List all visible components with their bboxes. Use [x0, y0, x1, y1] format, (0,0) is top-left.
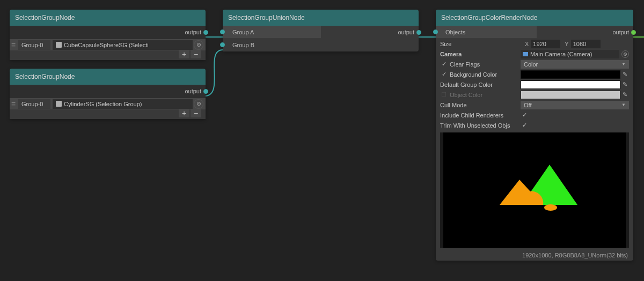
size-y-input[interactable]: [571, 40, 601, 48]
default-group-color-swatch[interactable]: [521, 80, 620, 89]
group-value-field[interactable]: CylinderSG (Selection Group): [53, 99, 193, 109]
eyedropper-icon[interactable]: ✎: [620, 81, 629, 88]
group-label: Group-0: [18, 40, 50, 50]
object-color-swatch[interactable]: [521, 91, 620, 99]
node-selection-group-color-render: SelectionGroupColorRenderNode Objects ou…: [436, 10, 633, 261]
node-selection-group-1: SelectionGroupNode output = Group-0 Cube…: [10, 10, 206, 60]
svg-point-9: [544, 204, 557, 211]
trim-checkbox[interactable]: ✓: [521, 122, 528, 129]
node-header[interactable]: SelectionGroupUnionNode: [223, 10, 419, 26]
svg-point-1: [198, 45, 199, 46]
eyedropper-icon[interactable]: ✎: [620, 71, 629, 78]
default-group-color-label: Default Group Color: [440, 82, 521, 88]
render-footer: 1920x1080, R8G8B8A8_UNorm(32 bits): [436, 250, 633, 261]
group-row: = Group-0 CubeCapsuleSphereSG (Selecti: [10, 39, 206, 50]
clear-flags-checkbox[interactable]: ✓: [440, 61, 448, 68]
clear-flags-row: ✓ Clear Flags Color ▼: [436, 59, 633, 69]
input-port[interactable]: [433, 29, 438, 34]
asset-icon: [56, 101, 62, 107]
bg-color-label: Background Color: [450, 71, 521, 78]
object-picker-button[interactable]: [194, 99, 203, 109]
size-row: Size X Y: [436, 39, 633, 49]
chevron-down-icon: ▼: [621, 62, 626, 66]
object-color-label: Object Color: [450, 92, 521, 98]
group-value-field[interactable]: CubeCapsuleSphereSG (Selecti: [53, 40, 193, 50]
y-label: Y: [565, 41, 568, 47]
node-title: SelectionGroupColorRenderNode: [441, 14, 537, 21]
clear-flags-label: Clear Flags: [450, 61, 521, 68]
input-label-b: Group B: [232, 42, 254, 48]
node-title: SelectionGroupUnionNode: [228, 14, 305, 21]
chevron-down-icon: ▼: [621, 102, 626, 107]
size-x-input[interactable]: [531, 40, 560, 48]
bg-color-swatch[interactable]: [521, 70, 620, 79]
output-label: output: [185, 29, 201, 35]
input-port-group-a: Group A: [223, 26, 321, 39]
bg-color-row: ✓ Background Color ✎: [436, 69, 633, 79]
camera-row: Camera Main Camera (Camera): [436, 49, 633, 59]
output-port-row: output: [321, 26, 419, 39]
object-color-row: ☐ Object Color ✎: [436, 90, 633, 100]
eyedropper-icon[interactable]: ✎: [620, 91, 629, 98]
output-label: output: [612, 29, 629, 35]
add-remove-row: + −: [10, 109, 206, 119]
cull-mode-row: Cull Mode Off ▼: [436, 100, 633, 110]
camera-field[interactable]: Main Camera (Camera): [521, 50, 619, 58]
output-label: output: [398, 29, 414, 35]
output-port-row: output: [10, 85, 206, 98]
remove-button[interactable]: −: [191, 50, 201, 58]
output-port[interactable]: [631, 30, 636, 35]
add-button[interactable]: +: [179, 109, 189, 117]
camera-label: Camera: [440, 51, 521, 57]
group-row: = Group-0 CylinderSG (Selection Group): [10, 98, 206, 109]
add-remove-row: + −: [10, 50, 206, 60]
drag-handle-icon[interactable]: =: [10, 98, 17, 109]
node-header[interactable]: SelectionGroupNode: [10, 10, 206, 26]
input-port-b[interactable]: [220, 42, 225, 47]
trim-label: Trim With Unselected Objs: [440, 122, 521, 129]
node-header[interactable]: SelectionGroupColorRenderNode: [436, 10, 633, 26]
output-port[interactable]: [203, 89, 208, 94]
bg-color-checkbox[interactable]: ✓: [440, 71, 448, 78]
output-port-row: output: [10, 26, 206, 39]
include-child-label: Include Child Renderers: [440, 112, 521, 119]
node-selection-group-2: SelectionGroupNode output = Group-0 Cyli…: [10, 69, 206, 119]
input-label-a: Group A: [232, 29, 254, 35]
drag-handle-icon[interactable]: =: [10, 39, 17, 50]
group-label: Group-0: [18, 99, 50, 109]
size-label: Size: [440, 41, 521, 47]
input-port-a[interactable]: [220, 29, 225, 34]
output-port[interactable]: [416, 30, 421, 35]
asset-icon: [56, 42, 62, 48]
render-preview: [440, 132, 629, 248]
cull-mode-dropdown[interactable]: Off ▼: [521, 101, 629, 109]
x-label: X: [525, 41, 529, 47]
output-port-row: output: [537, 26, 633, 39]
input-port-objects: Objects: [436, 26, 537, 39]
remove-button[interactable]: −: [191, 109, 201, 117]
trim-row: Trim With Unselected Objs ✓: [436, 120, 633, 130]
camera-icon: [523, 52, 528, 56]
default-group-color-row: Default Group Color ✎: [436, 79, 633, 90]
add-button[interactable]: +: [179, 50, 189, 58]
node-selection-group-union: SelectionGroupUnionNode Group A Group B …: [223, 10, 419, 51]
input-label: Objects: [445, 29, 465, 35]
svg-point-5: [625, 54, 626, 55]
svg-point-3: [198, 103, 199, 105]
object-color-checkbox[interactable]: ☐: [440, 91, 448, 98]
cull-mode-label: Cull Mode: [440, 102, 521, 108]
include-child-checkbox[interactable]: ✓: [521, 112, 528, 119]
camera-picker-button[interactable]: [621, 50, 629, 58]
node-header[interactable]: SelectionGroupNode: [10, 69, 206, 85]
clear-flags-dropdown[interactable]: Color ▼: [521, 60, 629, 69]
node-title: SelectionGroupNode: [15, 14, 75, 21]
output-port[interactable]: [203, 30, 208, 35]
input-port-group-b: Group B: [223, 39, 321, 51]
output-label: output: [185, 88, 201, 94]
object-picker-button[interactable]: [194, 40, 203, 50]
include-child-row: Include Child Renderers ✓: [436, 110, 633, 120]
node-title: SelectionGroupNode: [15, 73, 75, 80]
